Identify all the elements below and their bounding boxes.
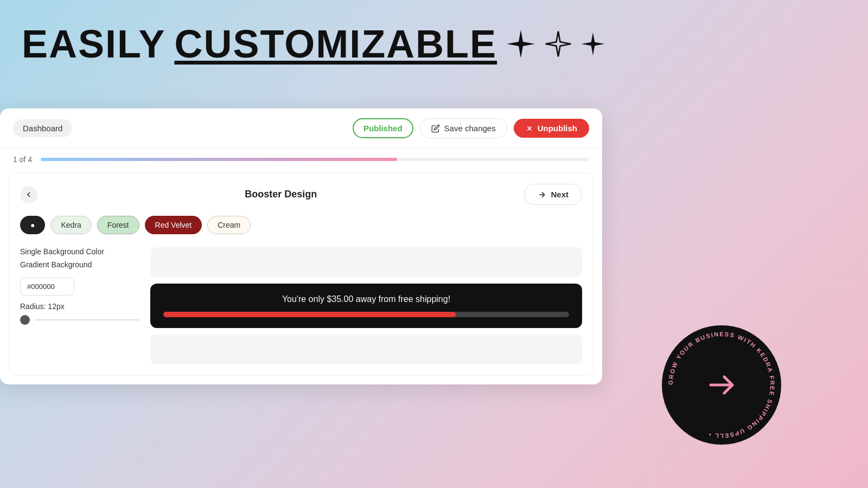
hex-color-input[interactable] xyxy=(20,278,74,296)
star-icon-3 xyxy=(580,31,605,56)
arrow-right-icon xyxy=(538,190,546,199)
unpublish-button[interactable]: Unpublish xyxy=(514,119,589,138)
hero-title: EASILY CUSTOMIZABLE xyxy=(22,22,605,66)
content-area: Single Background Color Gradient Backgro… xyxy=(20,247,582,364)
radius-slider[interactable] xyxy=(20,315,139,325)
hero-title-part2: CUSTOMIZABLE xyxy=(174,22,497,66)
shipping-bar-preview: You're only $35.00 away from free shippi… xyxy=(150,284,582,328)
nav-left-btn[interactable] xyxy=(20,186,37,203)
edit-icon xyxy=(431,124,440,133)
progress-area: 1 of 4 xyxy=(0,149,602,164)
progress-bar xyxy=(41,158,589,161)
save-changes-button[interactable]: Save changes xyxy=(420,118,507,138)
next-label: Next xyxy=(551,190,569,199)
theme-pill-kedra[interactable]: Kedra xyxy=(50,216,91,234)
theme-pill-red-velvet[interactable]: Red Velvet xyxy=(145,216,202,234)
shipping-message: You're only $35.00 away from free shippi… xyxy=(163,294,569,304)
preview-top-placeholder xyxy=(150,247,582,277)
theme-pill-cream[interactable]: Cream xyxy=(207,216,251,234)
step-label: 1 of 4 xyxy=(13,155,32,164)
published-badge: Published xyxy=(353,118,413,138)
design-title: Booster Design xyxy=(245,189,317,200)
unpublish-label: Unpublish xyxy=(538,124,577,133)
shipping-progress-fill xyxy=(163,312,456,317)
slider-track xyxy=(34,319,139,320)
progress-fill xyxy=(41,158,397,161)
preview-bottom-placeholder xyxy=(150,335,582,364)
close-icon xyxy=(526,125,533,132)
design-section: Booster Design Next ● Kedra Forest Red V… xyxy=(9,172,593,376)
circular-badge: GROW YOUR BUSINESS WITH KEDRA FREE SHIPP… xyxy=(662,325,781,445)
next-button[interactable]: Next xyxy=(524,184,582,205)
top-bar: Dashboard Published Save changes Unpubli… xyxy=(0,108,602,149)
single-bg-label: Single Background Color xyxy=(20,247,139,256)
shipping-progress-bar xyxy=(163,312,569,317)
theme-pill-dark[interactable]: ● xyxy=(20,216,45,234)
slider-thumb xyxy=(20,315,30,325)
gradient-bg-label: Gradient Background xyxy=(20,260,139,269)
svg-text:GROW YOUR BUSINESS WITH KEDRA : GROW YOUR BUSINESS WITH KEDRA FREE SHIPP… xyxy=(667,331,776,439)
star-icon-1 xyxy=(506,29,536,59)
right-panel: You're only $35.00 away from free shippi… xyxy=(150,247,582,364)
chevron-left-icon xyxy=(24,190,33,199)
radius-label: Radius: 12px xyxy=(20,302,139,311)
dashboard-tab[interactable]: Dashboard xyxy=(13,119,72,137)
circle-outer: GROW YOUR BUSINESS WITH KEDRA FREE SHIPP… xyxy=(662,325,781,445)
save-changes-label: Save changes xyxy=(444,124,496,133)
hero-title-part1: EASILY xyxy=(22,22,165,66)
theme-pill-forest[interactable]: Forest xyxy=(97,216,139,234)
design-header: Booster Design Next xyxy=(20,184,582,205)
theme-pills: ● Kedra Forest Red Velvet Cream xyxy=(20,216,582,234)
top-bar-actions: Published Save changes Unpublish xyxy=(353,118,589,138)
circular-text-svg: GROW YOUR BUSINESS WITH KEDRA FREE SHIPP… xyxy=(662,325,781,445)
main-panel: Dashboard Published Save changes Unpubli… xyxy=(0,108,602,384)
star-icon-2 xyxy=(545,30,572,57)
left-panel: Single Background Color Gradient Backgro… xyxy=(20,247,139,364)
